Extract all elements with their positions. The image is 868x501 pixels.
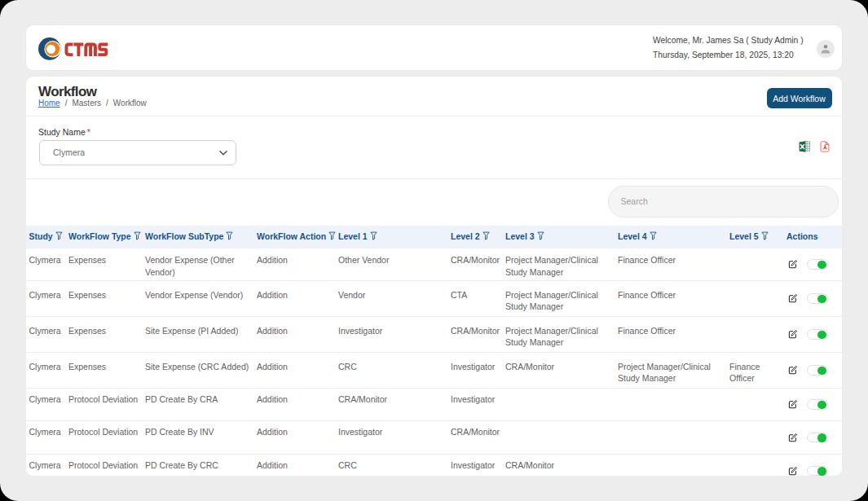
cell	[505, 389, 618, 420]
cell: Investigator	[338, 421, 451, 454]
filter-funnel-icon[interactable]	[537, 231, 544, 240]
table-row: ClymeraExpensesSite Expense (PI Added)Ad…	[26, 317, 842, 353]
cell: Investigator	[338, 317, 451, 352]
export-buttons	[799, 141, 830, 152]
active-toggle[interactable]	[807, 433, 828, 443]
table-row: ClymeraProtocol DeviationPD Create By IN…	[26, 421, 842, 455]
cell: Finance Officer	[618, 281, 729, 316]
cell: Clymera	[29, 317, 69, 352]
welcome-text: Welcome, Mr. James Sa ( Study Admin )	[653, 33, 804, 48]
cell: Investigator	[451, 455, 505, 477]
filter-funnel-icon[interactable]	[134, 231, 141, 240]
active-toggle[interactable]	[807, 293, 828, 304]
cell: Vendor Expense (Vendor)	[145, 281, 257, 316]
column-label: WorkFlow SubType	[145, 231, 223, 241]
edit-icon[interactable]	[788, 260, 797, 269]
cell	[618, 421, 729, 454]
cell: CRC	[338, 455, 451, 477]
cell: CRA/Monitor	[505, 455, 618, 477]
cell: Vendor	[338, 281, 451, 316]
cell	[729, 455, 784, 477]
study-name-select[interactable]: Clymera	[39, 140, 236, 165]
column-header-actions: Actions	[784, 231, 843, 241]
column-header-level-2: Level 2	[451, 231, 505, 241]
search-input[interactable]	[608, 186, 839, 218]
cell: Clymera	[29, 455, 69, 477]
row-actions	[784, 455, 843, 477]
column-label: Level 1	[338, 231, 368, 241]
table-header-row: Study WorkFlow Type WorkFlow SubType Wor…	[26, 226, 842, 248]
cell: Project Manager/Clinical Study Manager	[505, 281, 618, 316]
cell	[729, 317, 784, 352]
column-header-level-3: Level 3	[505, 231, 618, 241]
cell: PD Create By INV	[145, 421, 257, 454]
cell: Expenses	[68, 248, 145, 280]
filter-funnel-icon[interactable]	[226, 231, 233, 240]
active-toggle[interactable]	[807, 399, 828, 410]
cell: CRA/Monitor	[505, 353, 618, 388]
filter-funnel-icon[interactable]	[55, 231, 63, 240]
cell: Protocol Deviation	[68, 455, 145, 477]
row-actions	[784, 281, 843, 316]
cell: Project Manager/Clinical Study Manager	[505, 317, 618, 352]
pdf-export-icon[interactable]	[820, 141, 830, 152]
column-label: Actions	[786, 231, 818, 241]
study-name-label: Study Name*	[38, 127, 90, 137]
cell: Expenses	[68, 353, 145, 388]
cell: Site Expense (CRC Added)	[145, 353, 257, 388]
cell: Project Manager/Clinical Study Manager	[618, 353, 729, 388]
table-row: ClymeraExpensesSite Expense (CRC Added)A…	[26, 353, 842, 389]
breadcrumb-current: Workflow	[113, 99, 147, 108]
page-header-section: Workflow Home/Masters/Workflow Add Workf…	[26, 77, 842, 116]
cell	[618, 455, 729, 477]
cell: PD Create By CRA	[145, 389, 257, 420]
edit-icon[interactable]	[788, 330, 797, 339]
toggle-knob	[817, 467, 826, 476]
top-bar: Welcome, Mr. James Sa ( Study Admin ) Th…	[25, 24, 843, 71]
add-workflow-button[interactable]: Add Workflow	[767, 88, 832, 108]
cell: PD Create By CRC	[145, 455, 257, 477]
edit-icon[interactable]	[788, 433, 797, 442]
active-toggle[interactable]	[807, 259, 828, 270]
filter-funnel-icon[interactable]	[370, 231, 377, 240]
cell: Finance Officer	[618, 317, 729, 352]
row-actions	[784, 421, 843, 454]
filter-funnel-icon[interactable]	[761, 231, 769, 240]
ctms-logo-mark	[38, 37, 61, 60]
breadcrumb-separator: /	[65, 99, 68, 108]
table-row: ClymeraExpensesVendor Expense (Other Ven…	[26, 248, 842, 281]
column-label: Level 3	[505, 231, 535, 241]
filter-funnel-icon[interactable]	[650, 231, 657, 240]
datetime-text: Thursday, September 18, 2025, 13:20	[653, 48, 804, 63]
cell: Clymera	[29, 281, 69, 316]
active-toggle[interactable]	[807, 365, 828, 376]
edit-icon[interactable]	[788, 400, 797, 409]
edit-icon[interactable]	[788, 294, 797, 303]
workflow-table-section: Study WorkFlow Type WorkFlow SubType Wor…	[26, 179, 842, 477]
edit-icon[interactable]	[788, 467, 797, 476]
edit-icon[interactable]	[788, 366, 797, 375]
breadcrumb-home-link[interactable]: Home	[38, 99, 60, 108]
cell: Clymera	[29, 248, 69, 280]
study-filter-section: Study Name* Clymera	[26, 116, 842, 179]
cell	[505, 421, 618, 454]
toggle-knob	[817, 261, 826, 270]
user-avatar[interactable]	[817, 40, 835, 58]
active-toggle[interactable]	[807, 329, 828, 340]
row-actions	[784, 317, 843, 352]
toggle-knob	[817, 433, 826, 442]
cell	[729, 389, 784, 420]
active-toggle[interactable]	[807, 466, 828, 477]
cell: Protocol Deviation	[68, 421, 145, 454]
ctms-logo[interactable]	[38, 37, 122, 62]
filter-funnel-icon[interactable]	[328, 231, 336, 240]
cell: Addition	[257, 353, 338, 388]
filter-funnel-icon[interactable]	[482, 231, 490, 240]
chevron-down-icon	[219, 151, 227, 156]
column-header-level-4: Level 4	[618, 231, 729, 241]
app-screen: Welcome, Mr. James Sa ( Study Admin ) Th…	[0, 0, 868, 501]
breadcrumb: Home/Masters/Workflow	[38, 99, 147, 108]
cell: Project Manager/Clinical Study Manager	[505, 248, 618, 280]
table-body: ClymeraExpensesVendor Expense (Other Ven…	[26, 248, 842, 477]
excel-export-icon[interactable]	[799, 141, 810, 152]
